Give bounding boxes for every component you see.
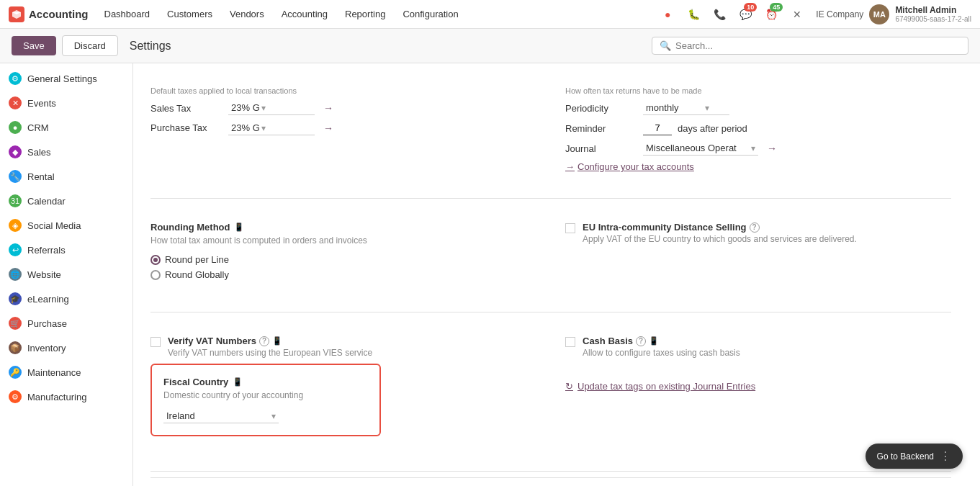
purchase-tax-nav-icon[interactable]: → (323, 122, 333, 134)
arrow-icon: → (565, 161, 575, 172)
cash-basis-checkbox[interactable] (565, 337, 575, 347)
dropdown-arrow-icon: ▾ (751, 143, 755, 153)
journal-row: Journal Miscellaneous Operat ▾ → (565, 141, 951, 156)
sidebar-item-label: Inventory (27, 343, 66, 354)
sidebar-item-label: Website (27, 269, 61, 280)
sales-icon: ◆ (9, 145, 22, 158)
sidebar-item-events[interactable]: ✕ Events (0, 91, 132, 115)
sidebar-item-label: Maintenance (27, 367, 81, 378)
divider (150, 198, 951, 199)
nav-dashboard[interactable]: Dashboard (97, 6, 158, 22)
rounding-options: Round per Line Round Globally (150, 254, 536, 280)
nav-reporting[interactable]: Reporting (338, 6, 392, 22)
reminder-label: Reminder (565, 123, 637, 134)
sidebar-item-social[interactable]: ◈ Social Media (0, 213, 132, 238)
update-tax-tags-link[interactable]: ↻ Update tax tags on existing Journal En… (565, 381, 951, 392)
sidebar-item-purchase[interactable]: 🛒 Purchase (0, 311, 132, 336)
dropdown-arrow-icon: ▾ (271, 411, 276, 421)
sidebar-item-general[interactable]: ⚙ General Settings (0, 66, 132, 91)
sidebar-item-crm[interactable]: ● CRM (0, 115, 132, 140)
chat-badge: 10 (744, 3, 757, 12)
reminder-input[interactable]: 7 (643, 121, 672, 135)
manufacturing-icon: ⚙ (9, 390, 22, 403)
update-link-text: Update tax tags on existing Journal Entr… (577, 381, 755, 392)
referrals-icon: ↩ (9, 243, 22, 256)
help-icon[interactable]: ? (750, 222, 760, 233)
sidebar-item-label: eLearning (27, 294, 69, 305)
rounding-title: Rounding Method 📱 (150, 222, 536, 233)
sidebar-item-calendar[interactable]: 31 Calendar (0, 189, 132, 213)
nav-vendors[interactable]: Vendors (222, 6, 271, 22)
elearning-icon: 🎓 (9, 292, 22, 305)
status-red-icon[interactable]: ● (657, 4, 678, 24)
sidebar-item-manufacturing[interactable]: ⚙ Manufacturing (0, 384, 132, 409)
rounding-desc: How total tax amount is computed in orde… (150, 235, 536, 246)
debug-icon[interactable]: 🐛 (683, 4, 703, 24)
radio-per-line[interactable]: Round per Line (150, 254, 536, 265)
configure-link-text: Configure your tax accounts (577, 161, 694, 172)
sidebar-item-elearning[interactable]: 🎓 eLearning (0, 287, 132, 311)
divider (150, 312, 951, 312)
chat-icon[interactable]: 💬 10 (735, 4, 755, 24)
periodicity-row: Periodicity monthly ▾ (565, 101, 951, 115)
sidebar-item-rental[interactable]: 🔧 Rental (0, 164, 132, 189)
inventory-icon: 📦 (9, 341, 22, 354)
search-box[interactable]: 🔍 (652, 37, 968, 55)
help-icon[interactable]: ? (636, 336, 646, 346)
social-icon: ◈ (9, 219, 22, 232)
journal-label: Journal (565, 143, 637, 154)
verify-vat-checkbox[interactable] (150, 337, 161, 347)
nav-accounting[interactable]: Accounting (274, 6, 335, 22)
search-icon: 🔍 (660, 40, 671, 51)
sidebar-item-label: CRM (27, 122, 49, 133)
sidebar-item-inventory[interactable]: 📦 Inventory (0, 336, 132, 360)
divider (150, 471, 951, 472)
sidebar-item-referrals[interactable]: ↩ Referrals (0, 238, 132, 262)
sidebar-item-maintenance[interactable]: 🔑 Maintenance (0, 360, 132, 384)
brand-logo[interactable]: Accounting (9, 6, 89, 22)
fiscal-country-select-row: Ireland ▾ (163, 409, 368, 423)
periodicity-label: Periodicity (565, 103, 637, 114)
reminder-row: Reminder 7 days after period (565, 121, 951, 135)
periodicity-select[interactable]: monthly ▾ (643, 101, 729, 115)
sidebar-item-website[interactable]: 🌐 Website (0, 262, 132, 287)
sidebar-item-label: Calendar (27, 196, 66, 207)
cash-basis-desc: Allow to configure taxes using cash basi… (583, 348, 740, 358)
journal-select[interactable]: Miscellaneous Operat ▾ (643, 141, 758, 156)
mobile-icon: 📱 (649, 336, 659, 346)
go-to-backend-button[interactable]: Go to Backend ⋮ (866, 444, 963, 469)
sales-tax-nav-icon[interactable]: → (323, 102, 333, 114)
eu-intra-checkbox[interactable] (565, 223, 575, 233)
nav-customers[interactable]: Customers (160, 6, 220, 22)
configure-tax-link[interactable]: → Configure your tax accounts (565, 161, 951, 172)
close-icon[interactable]: ✕ (787, 4, 807, 24)
main-content: Default taxes applied to local transacti… (133, 63, 980, 486)
currencies-section: Currencies (150, 477, 951, 486)
eu-intra-desc: Apply VAT of the EU country to which goo… (583, 234, 857, 244)
discard-button[interactable]: Discard (62, 35, 118, 56)
avatar[interactable]: MA (869, 4, 889, 24)
purchase-icon: 🛒 (9, 317, 22, 330)
nav-configuration[interactable]: Configuration (395, 6, 465, 22)
purchase-tax-select[interactable]: 23% G ▾ (228, 121, 315, 135)
help-icon[interactable]: ? (259, 336, 269, 346)
top-navigation: Accounting Dashboard Customers Vendors A… (0, 0, 980, 29)
mobile-icon: 📱 (272, 336, 282, 346)
sidebar-item-sales[interactable]: ◆ Sales (0, 140, 132, 164)
sales-tax-select[interactable]: 23% G ▾ (228, 101, 315, 115)
radio-globally[interactable]: Round Globally (150, 269, 536, 280)
activity-icon[interactable]: ⏰ 45 (761, 4, 781, 24)
eu-intra-title: EU Intra-community Distance Selling ? (583, 222, 857, 233)
dropdown-arrow-icon: ▾ (261, 123, 266, 133)
purchase-tax-label: Purchase Tax (150, 122, 222, 135)
phone-icon[interactable]: 📞 (709, 4, 729, 24)
search-input[interactable] (675, 40, 961, 51)
fiscal-country-select[interactable]: Ireland ▾ (163, 409, 279, 423)
crm-icon: ● (9, 121, 22, 134)
toolbar: Save Discard Settings 🔍 (0, 29, 980, 63)
more-options-icon[interactable]: ⋮ (940, 449, 951, 463)
dropdown-arrow-icon: ▾ (705, 103, 709, 113)
verify-vat-desc: Verify VAT numbers using the European VI… (168, 348, 372, 358)
save-button[interactable]: Save (12, 36, 56, 55)
journal-nav-icon[interactable]: → (767, 143, 777, 154)
